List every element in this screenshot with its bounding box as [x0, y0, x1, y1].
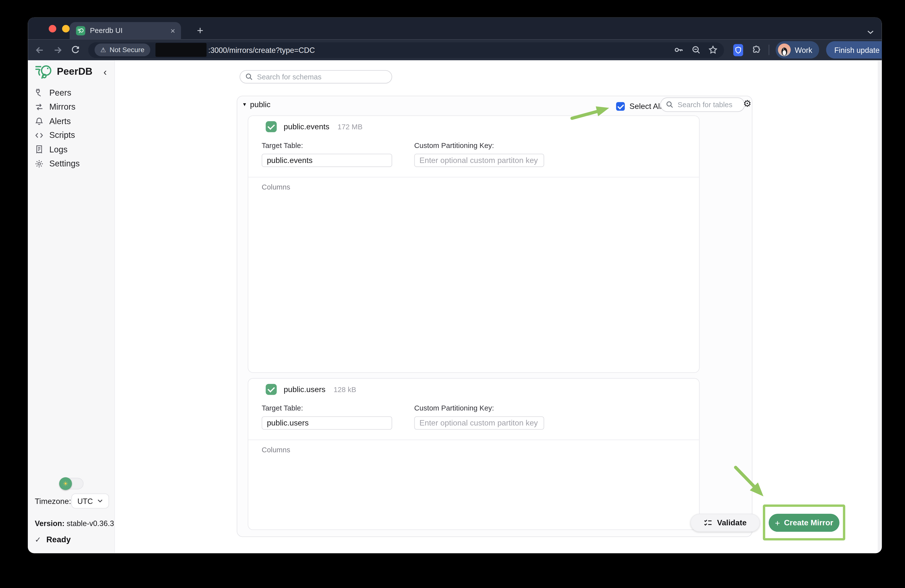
minimize-window-button[interactable] [62, 25, 69, 32]
columns-heading: Columns [262, 183, 290, 191]
peerdb-favicon-icon [76, 26, 85, 35]
sidebar-item-settings[interactable]: Settings [35, 160, 80, 168]
security-badge[interactable]: ⚠ Not Secure [95, 43, 150, 56]
bookmark-star-icon[interactable] [708, 45, 718, 55]
finish-update-label: Finish update [834, 46, 880, 54]
browser-toolbar: ⚠ Not Secure :3000/mirrors/create?type=C… [28, 39, 882, 60]
version-label: Version: [35, 519, 65, 528]
check-icon: ✓ [35, 535, 41, 544]
bell-icon [35, 117, 43, 125]
plus-icon: + [775, 518, 780, 527]
sidebar-nav: Peers Mirrors Alerts [35, 88, 80, 168]
version-text: Version: stable-v0.36.3 [35, 519, 114, 528]
url-text: :3000/mirrors/create?type=CDC [208, 46, 315, 54]
theme-toggle[interactable]: ☀ [59, 478, 84, 490]
columns-heading: Columns [262, 446, 290, 454]
sidebar-item-label: Settings [49, 159, 80, 168]
timezone-select[interactable]: UTC [71, 493, 109, 508]
table-search-input[interactable] [678, 101, 744, 109]
schema-card: ▾ public Select All ⚙ [237, 96, 752, 537]
table-name: public.users [284, 385, 325, 393]
divider [248, 177, 699, 177]
target-table-field: Target Table: [262, 142, 392, 167]
table-search[interactable] [660, 97, 745, 112]
partition-key-input[interactable] [414, 417, 544, 430]
table-size: 172 MB [337, 123, 362, 131]
zoom-out-icon[interactable] [692, 45, 701, 55]
tab-close-icon[interactable]: × [170, 27, 175, 35]
back-icon[interactable] [35, 45, 45, 55]
forward-icon[interactable] [53, 45, 63, 55]
sidebar-item-scripts[interactable]: Scripts [35, 131, 80, 139]
timezone-label: Timezone: [35, 496, 71, 505]
select-all[interactable]: Select All [616, 102, 662, 111]
select-all-label: Select All [629, 102, 662, 111]
brand-name: PeerDB [57, 66, 92, 78]
table-settings-gear-icon[interactable]: ⚙ [743, 97, 751, 110]
extensions-puzzle-icon[interactable] [751, 45, 761, 55]
target-table-label: Target Table: [262, 404, 392, 412]
address-bar[interactable]: ⚠ Not Secure :3000/mirrors/create?type=C… [88, 42, 724, 58]
create-mirror-label: Create Mirror [784, 518, 833, 527]
validate-button[interactable]: Validate [690, 514, 760, 532]
schema-search-input[interactable] [257, 73, 392, 81]
code-icon [35, 131, 43, 139]
arrows-left-right-icon [35, 103, 43, 111]
timezone-value: UTC [78, 496, 93, 505]
redacted-host [156, 43, 206, 57]
divider [248, 439, 699, 440]
table-checkbox[interactable] [265, 384, 277, 395]
sidebar: PeerDB ‹ Peers Mirrors [28, 60, 115, 553]
validate-label: Validate [717, 518, 747, 527]
password-key-icon[interactable] [674, 45, 684, 55]
sidebar-item-alerts[interactable]: Alerts [35, 117, 80, 125]
toolbar-separator [769, 45, 769, 55]
security-badge-label: Not Secure [110, 46, 144, 54]
status-label: Ready [46, 535, 71, 544]
target-table-label: Target Table: [262, 142, 392, 150]
sidebar-item-label: Logs [49, 145, 68, 154]
new-tab-button[interactable]: + [191, 22, 209, 40]
timezone-row: Timezone: UTC [35, 493, 109, 508]
browser-tab[interactable]: Peerdb UI × [70, 22, 181, 40]
sidebar-item-peers[interactable]: Peers [35, 88, 80, 97]
sidebar-item-label: Mirrors [49, 102, 76, 111]
select-all-checkbox[interactable] [616, 102, 625, 111]
avatar [778, 43, 791, 56]
theme-toggle-knob[interactable]: ☀ [59, 477, 72, 490]
caret-down-icon[interactable]: ▾ [243, 101, 246, 107]
peerdb-logo-icon [35, 64, 53, 79]
sun-icon: ☀ [63, 480, 68, 487]
partition-key-label: Custom Partitioning Key: [414, 404, 544, 412]
target-table-input[interactable] [262, 154, 392, 167]
reload-icon[interactable] [71, 45, 80, 55]
sidebar-item-label: Peers [49, 88, 71, 97]
table-header: public.users 128 kB [265, 384, 356, 395]
scrollbar[interactable] [878, 60, 882, 553]
sidebar-collapse-icon[interactable]: ‹ [103, 67, 107, 77]
schema-search[interactable] [240, 70, 392, 83]
warning-icon: ⚠ [100, 47, 106, 53]
tab-search-chevron-icon[interactable] [867, 26, 874, 36]
brand[interactable]: PeerDB [35, 64, 93, 79]
status-ready: ✓ Ready [35, 535, 71, 544]
finish-update-button[interactable]: Finish update ⋮ [826, 41, 882, 59]
table-card-public-users: public.users 128 kB Target Table: Custom… [248, 378, 700, 530]
search-icon [666, 101, 673, 108]
schema-name[interactable]: public [250, 100, 270, 109]
close-window-button[interactable] [48, 25, 56, 32]
tab-strip: Peerdb UI × + [28, 17, 882, 40]
profile-chip[interactable]: Work [776, 41, 819, 59]
shield-extension-icon[interactable] [734, 44, 743, 56]
partition-key-input[interactable] [414, 154, 544, 167]
table-checkbox[interactable] [265, 121, 277, 132]
partition-key-label: Custom Partitioning Key: [414, 142, 544, 150]
target-table-input[interactable] [262, 417, 392, 430]
screen: Peerdb UI × + ⚠ [0, 0, 905, 588]
table-size: 128 kB [334, 385, 356, 393]
table-header: public.events 172 MB [265, 121, 362, 132]
create-mirror-button[interactable]: + Create Mirror [769, 514, 840, 532]
profile-label: Work [795, 46, 812, 54]
sidebar-item-mirrors[interactable]: Mirrors [35, 103, 80, 111]
sidebar-item-logs[interactable]: Logs [35, 145, 80, 154]
